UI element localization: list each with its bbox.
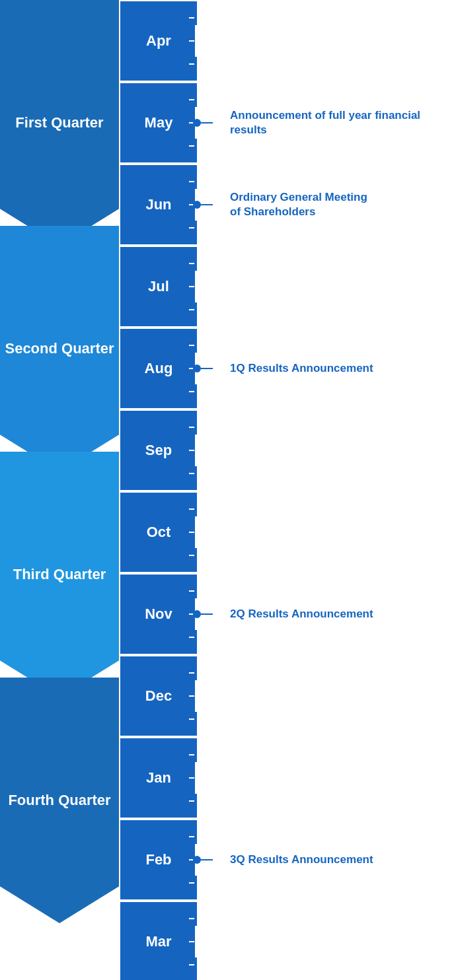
month-mar: Mar (119, 901, 198, 980)
event-row-apr (198, 0, 456, 82)
tick (189, 286, 194, 287)
event-row-nov: 2Q Results Announcement (198, 573, 456, 655)
event-connector-may (193, 119, 213, 127)
tick (189, 63, 194, 65)
month-jan: Jan (119, 737, 198, 819)
event-line-aug (201, 368, 213, 369)
tick (189, 754, 194, 755)
event-text-may: Announcement of full year financial resu… (211, 108, 456, 137)
event-row-sep (198, 409, 456, 491)
event-dot-may (193, 119, 201, 127)
event-row-oct (198, 491, 456, 573)
month-aug-label: Aug (145, 360, 173, 377)
event-dot-feb (193, 856, 201, 864)
months-column: Apr May Jun Jul (119, 0, 198, 980)
event-text-aug: 1Q Results Announcement (211, 361, 373, 376)
month-sep-ticks (189, 411, 197, 490)
tick (189, 882, 194, 884)
tick (189, 391, 194, 392)
month-apr-label: Apr (146, 32, 171, 50)
tick (189, 777, 194, 779)
tick (189, 590, 194, 592)
tick (189, 555, 194, 556)
event-row-dec (198, 655, 456, 737)
tick (189, 637, 194, 638)
event-line-feb (201, 859, 213, 860)
event-text-jun: Ordinary General Meetingof Shareholders (211, 190, 367, 219)
tick (189, 99, 194, 100)
month-dec-label: Dec (145, 687, 172, 705)
month-jun: Jun (119, 164, 198, 246)
tick (189, 473, 194, 474)
event-row-aug: 1Q Results Announcement (198, 328, 456, 409)
tick (189, 800, 194, 802)
tick (189, 145, 194, 147)
event-line-may (201, 122, 213, 123)
tick (189, 181, 194, 182)
quarter-1-label: First Quarter (15, 114, 103, 131)
month-apr: Apr (119, 0, 198, 82)
quarter-3-block: Third Quarter (0, 452, 119, 697)
timeline-container: First Quarter Second Quarter Third Quart… (0, 0, 456, 980)
quarter-2-label: Second Quarter (5, 340, 114, 357)
tick (189, 450, 194, 451)
quarter-2-block: Second Quarter (0, 226, 119, 472)
month-nov: Nov (119, 573, 198, 655)
event-dot-aug (193, 365, 201, 372)
tick (189, 40, 194, 42)
month-jul: Jul (119, 246, 198, 328)
event-row-mar (198, 901, 456, 980)
event-text-nov: 2Q Results Announcement (211, 607, 373, 621)
tick (189, 508, 194, 510)
month-feb: Feb (119, 819, 198, 901)
quarter-1-block: First Quarter (0, 0, 119, 246)
tick (189, 532, 194, 533)
quarters-column: First Quarter Second Quarter Third Quart… (0, 0, 119, 980)
month-dec-ticks (189, 656, 197, 736)
event-row-may: Announcement of full year financial resu… (198, 82, 456, 164)
month-oct-label: Oct (147, 524, 171, 541)
month-feb-label: Feb (145, 851, 171, 868)
tick (189, 941, 194, 942)
tick (189, 672, 194, 674)
quarter-4-block: Fourth Quarter (0, 678, 119, 923)
tick (189, 227, 194, 228)
event-row-jun: Ordinary General Meetingof Shareholders (198, 164, 456, 246)
tick (189, 964, 194, 965)
month-mar-label: Mar (145, 933, 171, 950)
month-nov-label: Nov (145, 606, 172, 623)
event-connector-nov (193, 610, 213, 618)
tick (189, 836, 194, 837)
tick (189, 427, 194, 428)
tick (189, 263, 194, 264)
month-oct-ticks (189, 493, 197, 572)
tick (189, 17, 194, 18)
event-connector-feb (193, 856, 213, 864)
month-jul-label: Jul (148, 278, 169, 295)
quarter-4-label: Fourth Quarter (8, 792, 110, 809)
events-column: Announcement of full year financial resu… (198, 0, 456, 980)
tick (189, 918, 194, 919)
tick (189, 345, 194, 346)
event-dot-nov (193, 610, 201, 618)
month-jun-label: Jun (145, 196, 171, 213)
quarter-3-label: Third Quarter (13, 566, 106, 583)
event-connector-aug (193, 365, 213, 372)
tick (189, 309, 194, 310)
month-sep-label: Sep (145, 442, 172, 459)
event-dot-jun (193, 201, 201, 209)
tick (189, 718, 194, 720)
month-dec: Dec (119, 655, 198, 737)
event-line-jun (201, 204, 213, 205)
month-may: May (119, 82, 198, 164)
month-jan-ticks (189, 738, 197, 818)
month-mar-ticks (189, 902, 197, 980)
event-row-jan (198, 737, 456, 819)
month-aug: Aug (119, 328, 198, 409)
month-apr-ticks (189, 1, 197, 81)
month-may-label: May (145, 114, 173, 131)
month-jul-ticks (189, 247, 197, 326)
event-line-nov (201, 613, 213, 615)
month-jan-label: Jan (146, 769, 171, 787)
event-text-feb: 3Q Results Announcement (211, 853, 373, 867)
